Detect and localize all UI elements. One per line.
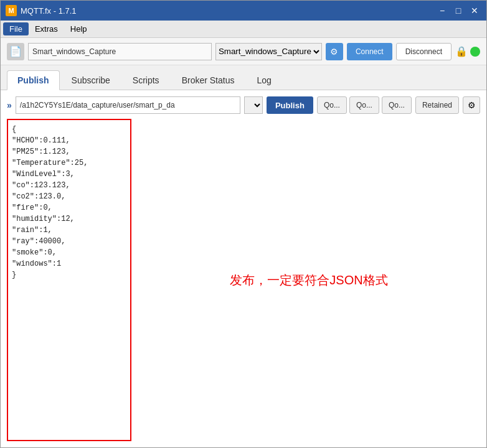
publish-button[interactable]: Publish [267,96,313,114]
tab-log[interactable]: Log [246,70,281,90]
main-window: M MQTT.fx - 1.7.1 − □ ✕ File Extras Help… [0,0,487,448]
connection-status-dot [470,47,480,57]
menu-file[interactable]: File [3,22,29,35]
connect-button[interactable]: Connect [347,43,392,60]
menu-bar: File Extras Help [1,21,486,38]
right-hint-area: 发布，一定要符合JSON格式 [138,119,480,441]
qos-buttons: Qo... Qo... Qo... [317,96,412,114]
tab-scripts[interactable]: Scripts [122,70,170,90]
status-icons: 🔒 [455,45,480,57]
topic-input[interactable] [16,96,240,114]
topic-arrow-icon: » [7,100,12,110]
title-bar: M MQTT.fx - 1.7.1 − □ ✕ [1,1,486,21]
tab-subscribe[interactable]: Subscribe [61,70,121,90]
title-bar-controls: − □ ✕ [435,4,481,17]
topic-bar: » Publish Qo... Qo... Qo... Retained ⚙ [7,96,480,114]
hint-text: 发布，一定要符合JSON格式 [230,272,387,289]
lock-icon: 🔒 [455,45,468,57]
settings-gear-button[interactable]: ⚙ [326,43,343,60]
minimize-button[interactable]: − [435,4,449,17]
tab-broker-status[interactable]: Broker Status [171,70,245,90]
message-editor[interactable]: { "HCHO":0.111, "PM25":1.123, "Temperatu… [7,119,131,441]
window-title: MQTT.fx - 1.7.1 [21,6,77,16]
app-icon: M [6,5,17,16]
content-area: { "HCHO":0.111, "PM25":1.123, "Temperatu… [7,119,480,441]
topic-dropdown[interactable] [244,96,263,114]
connection-profile-input[interactable] [28,43,212,60]
menu-help[interactable]: Help [64,22,93,35]
close-button[interactable]: ✕ [468,4,481,17]
menu-extras[interactable]: Extras [29,22,64,35]
connection-bar: 📄 Smart_windows_Capture ⚙ Connect Discon… [1,38,486,65]
disconnect-button[interactable]: Disconnect [396,43,452,60]
app-icon-letter: M [8,7,14,14]
profile-icon: 📄 [7,43,24,60]
maximize-button[interactable]: □ [452,4,465,17]
qos-2-button[interactable]: Qo... [382,96,412,114]
qos-0-button[interactable]: Qo... [317,96,347,114]
tab-publish[interactable]: Publish [7,70,60,90]
message-settings-button[interactable]: ⚙ [463,96,480,114]
title-bar-left: M MQTT.fx - 1.7.1 [6,5,77,16]
retained-button[interactable]: Retained [415,96,459,114]
qos-1-button[interactable]: Qo... [349,96,379,114]
main-content: » Publish Qo... Qo... Qo... Retained ⚙ {… [1,90,486,447]
tab-bar: Publish Subscribe Scripts Broker Status … [1,65,486,90]
profile-dropdown[interactable]: Smart_windows_Capture [215,43,322,60]
